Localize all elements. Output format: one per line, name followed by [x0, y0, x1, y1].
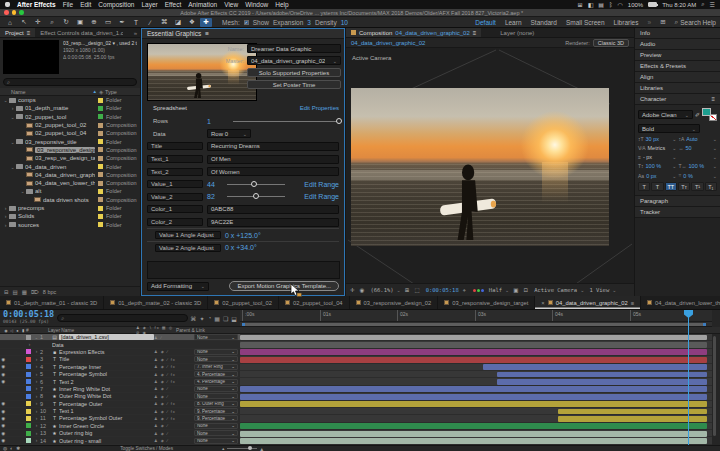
expander-icon[interactable]: › [33, 394, 40, 399]
workspace-item[interactable]: Learn [505, 19, 522, 26]
parent-link-select[interactable]: None⌄ [194, 356, 238, 362]
layer-switches[interactable]: ♟ ◈ ∕ fx [154, 401, 194, 406]
tab-composition[interactable]: Composition 04_data_driven_graphic_02 ≡ [346, 28, 481, 37]
font-family-select[interactable]: Adobe Clean⌄ [638, 110, 693, 119]
comp-tab[interactable]: 03_responsive_design_02 [350, 296, 439, 309]
expander-icon[interactable]: › [33, 401, 40, 406]
tab-overflow[interactable]: » [131, 28, 140, 37]
label-color-swatch[interactable] [98, 164, 103, 169]
property-name-field[interactable]: Text_2 [147, 168, 203, 176]
mesh-show-checkbox[interactable]: ✓ [244, 20, 249, 25]
layer-switches[interactable]: ♟ ◈ ∕ [154, 438, 194, 443]
character-property[interactable]: ≡- px⌄ [638, 154, 677, 160]
value-slider[interactable] [227, 184, 285, 185]
layer-track[interactable] [240, 334, 712, 340]
parent-link-select[interactable]: 8. Outer Ring⌄ [194, 401, 238, 407]
label-color-swatch[interactable] [98, 214, 103, 219]
layer-switches[interactable]: ♟ ◈ ∕ [154, 394, 194, 399]
label-color-swatch[interactable] [98, 206, 103, 211]
label-color-swatch[interactable] [98, 222, 103, 227]
menu-item[interactable]: Composition [98, 1, 134, 8]
character-property[interactable]: ↕AAuto⌄ [679, 136, 718, 142]
menu-item[interactable]: Window [245, 1, 268, 8]
data-row-select[interactable]: Row 0⌄ [207, 129, 251, 138]
parent-link-select[interactable]: None⌄ [194, 423, 238, 429]
sidebar-panel-header[interactable]: Tracker [635, 207, 720, 218]
label-color-swatch[interactable] [98, 181, 103, 186]
eyedropper-icon[interactable]: ✐ [695, 111, 700, 118]
new-composition-icon[interactable]: ▦ [22, 289, 27, 295]
minimize-window-button[interactable] [12, 10, 17, 15]
search-help[interactable]: Search Help [680, 19, 716, 26]
layer-color-swatch[interactable] [26, 335, 31, 340]
character-property[interactable]: T↔100 %⌄ [679, 163, 718, 169]
proxy-icon[interactable]: ◐ [10, 446, 13, 451]
layer-duration-bar[interactable] [497, 372, 707, 378]
sidebar-panel-header[interactable]: Audio [635, 39, 720, 50]
color-hex-field[interactable]: 0ABC88 [207, 205, 339, 214]
slider-value[interactable]: 44 [207, 181, 223, 188]
screen-share-icon[interactable]: ⊞ [578, 1, 583, 8]
timeline-layer-row[interactable]: ◉ › 5 T Percentage Symbol ♟ ◈ ∕ fx 4. Pe… [0, 371, 712, 378]
project-tree-row[interactable]: ⌄ 02_puppet_tool Folder [0, 113, 140, 121]
layer-track[interactable] [240, 341, 712, 347]
layer-color-swatch[interactable] [26, 349, 31, 354]
layer-color-swatch[interactable] [26, 416, 31, 421]
workspace-item[interactable]: Small Screen [566, 19, 605, 26]
eye-icon[interactable]: ◉ [0, 431, 7, 436]
angle-value[interactable]: 0 x +125.0° [225, 232, 261, 239]
app-menu[interactable]: After Effects [17, 1, 56, 8]
renderer-button[interactable]: Classic 3D [593, 39, 629, 47]
shy-icon[interactable]: ◔ [208, 315, 212, 322]
layer-duration-bar[interactable] [240, 423, 707, 429]
layer-duration-bar[interactable] [240, 349, 707, 355]
project-tree-row[interactable]: 04_data_ven_lower_thirds Composition [0, 179, 140, 187]
layer-switches[interactable]: ♟ ◈ ∕ [154, 423, 194, 428]
project-tree-row[interactable]: ⌄ comps Folder [0, 96, 140, 104]
property-value-field[interactable]: Recurring Dreams [207, 142, 339, 151]
layer-switches[interactable]: ♟ ◈ ∕ [154, 431, 194, 436]
bit-depth-button[interactable]: 8 bpc [43, 289, 56, 295]
timeline-layer-row[interactable]: ◉ › 13 ★ Outer ring big ♟ ◈ ∕ None⌄ [0, 430, 712, 437]
expander-icon[interactable]: › [33, 438, 40, 443]
magnification-select[interactable]: (66.1%) ⌄ [369, 287, 400, 293]
expander-icon[interactable]: › [33, 357, 40, 362]
parent-link-select[interactable]: 4. Percentage⌄ [194, 379, 238, 385]
layer-duration-bar[interactable] [240, 386, 707, 392]
layer-name[interactable]: Text 2 [59, 379, 154, 385]
eye-icon[interactable]: ◉ [0, 423, 7, 428]
workspace-overflow[interactable]: » [648, 19, 652, 26]
property-name-field[interactable]: Title [147, 142, 203, 150]
project-search-input[interactable]: ⌕ [3, 78, 137, 86]
parent-link-select[interactable]: None⌄ [194, 393, 238, 399]
layer-duration-bar[interactable] [240, 342, 707, 348]
panel-menu-icon[interactable]: ≡ [711, 96, 715, 102]
always-preview-icon[interactable]: ✛ [350, 287, 356, 293]
layer-color-swatch[interactable] [26, 386, 31, 391]
layer-track[interactable] [240, 364, 712, 370]
font-style-select[interactable]: Bold⌄ [638, 124, 700, 133]
property-name-field[interactable]: Color_2 [147, 218, 203, 226]
parent-link-select[interactable]: None⌄ [194, 386, 238, 392]
comp-tab[interactable]: × 04_data_driven_graphic_02 ≡ [535, 296, 641, 309]
timeline-scrollbar[interactable] [713, 336, 716, 436]
resolution-select[interactable]: Half ⌄ [488, 287, 509, 293]
close-tab-icon[interactable]: × [541, 300, 544, 306]
mask-visibility-icon[interactable]: ⬚ [414, 287, 420, 293]
timeline-layer-row[interactable]: › 7 ★ Inner Ring White Dot ♟ ◈ ∕ None⌄ [0, 386, 712, 393]
menubar-clock[interactable]: Thu 8:20 AM [662, 2, 696, 8]
layer-duration-bar[interactable] [240, 431, 707, 437]
expander-icon[interactable]: ⌄ [9, 164, 16, 170]
delete-item-icon[interactable]: ⌦ [31, 289, 39, 295]
sidebar-panel-header[interactable]: Info [635, 28, 720, 39]
timeline-layer-row[interactable]: › 8 ★ Outer Ring White Dot ♟ ◈ ∕ None⌄ [0, 393, 712, 400]
layer-duration-bar[interactable] [240, 438, 707, 444]
pan-behind-tool[interactable]: ⊕ [88, 18, 100, 27]
property-name-field[interactable]: Color_1 [147, 205, 203, 213]
comp-tab[interactable]: 03_responsive_design_target [438, 296, 535, 309]
comp-tab[interactable]: 01_depth_matte_02 - classic 3D [104, 296, 208, 309]
label-color-swatch[interactable] [98, 139, 103, 144]
project-tree-row[interactable]: data driven shots Composition [0, 196, 140, 204]
density-value[interactable]: 10 [341, 19, 348, 26]
expander-icon[interactable]: › [33, 431, 40, 436]
